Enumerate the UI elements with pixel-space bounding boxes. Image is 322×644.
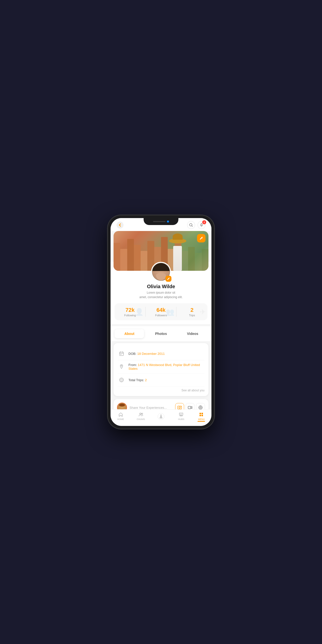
composer-avatar [117, 402, 127, 409]
following-bg-icon: 👤 [135, 308, 144, 316]
screen-content: 2 [111, 218, 211, 409]
phone-screen: 2 [111, 218, 211, 426]
nav-hubs-label: HUBS [178, 418, 184, 420]
nav-menu[interactable]: MENU [191, 412, 211, 422]
back-arrow-icon[interactable] [116, 222, 123, 228]
nav-active-indicator [198, 421, 205, 422]
tab-photos[interactable]: Photos [146, 329, 176, 338]
avatar-outer [151, 262, 171, 282]
svg-point-12 [140, 413, 141, 414]
svg-point-15 [161, 415, 161, 416]
search-button[interactable] [187, 221, 195, 229]
avatar-wrapper [111, 262, 211, 282]
svg-point-13 [141, 413, 143, 414]
back-button[interactable] [116, 222, 123, 228]
svg-rect-19 [202, 415, 203, 416]
about-trips-text: Total Trips: 2 [128, 378, 147, 382]
followers-bg-icon: 👥 [166, 308, 174, 316]
svg-rect-16 [200, 413, 201, 414]
svg-rect-3 [120, 354, 121, 355]
bottom-nav: HOME CHUMS [111, 409, 211, 426]
svg-rect-18 [200, 415, 201, 416]
trips-bg-icon: ✈ [200, 308, 206, 316]
svg-rect-9 [188, 406, 191, 409]
svg-rect-2 [119, 352, 123, 356]
composer-face [117, 403, 126, 409]
menu-icon [198, 412, 204, 418]
see-all-button[interactable]: See all about you [117, 389, 205, 392]
about-dob-row: DOB: 18 December 2011 [117, 347, 205, 360]
stat-followers[interactable]: 64k Followers 👥 [146, 303, 177, 320]
composer-actions [175, 403, 205, 409]
edit-cover-button[interactable] [197, 234, 206, 242]
profile-name: Olivia Wilde [111, 284, 211, 290]
notification-badge: 2 [202, 220, 206, 224]
stat-trips[interactable]: 2 Trips ✈ [176, 303, 207, 320]
tab-about[interactable]: About [115, 329, 144, 338]
tabs-container: About Photos Videos [111, 326, 211, 341]
nav-chums[interactable]: CHUMS [131, 412, 151, 422]
stat-following[interactable]: 72k Following 👤 [115, 303, 146, 320]
nav-home[interactable]: HOME [111, 412, 131, 422]
svg-rect-6 [178, 406, 182, 409]
nav-chums-label: CHUMS [137, 418, 145, 420]
phone-frame: 2 [108, 215, 214, 429]
profile-bio: Lorem ipsum dolor sit amet, consectetur … [111, 290, 211, 299]
tab-videos[interactable]: Videos [178, 329, 207, 338]
hubs-icon [178, 412, 184, 418]
chums-icon [138, 412, 144, 418]
trips-icon [117, 376, 125, 384]
notch-camera [167, 220, 169, 222]
about-location-text: From: 1471 N Westwood Blvd, Poplar Bluff… [128, 363, 205, 370]
svg-point-4 [121, 365, 122, 366]
composer-video-button[interactable] [186, 403, 195, 409]
nav-menu-label: MENU [198, 418, 205, 420]
status-right: 2 [187, 221, 206, 229]
composer-input[interactable]: Share Your Experiences... [129, 406, 173, 410]
stats-row: 72k Following 👤 64k Followers 👥 2 Trips … [115, 303, 207, 320]
nav-hubs[interactable]: HUBS [171, 412, 191, 422]
tabs-row: About Photos Videos [111, 326, 211, 341]
nav-center[interactable] [151, 412, 171, 422]
nav-center-button[interactable] [156, 412, 166, 422]
notch [144, 218, 178, 225]
svg-rect-17 [202, 413, 203, 414]
dob-icon [117, 350, 125, 358]
home-icon [118, 412, 124, 418]
location-icon [117, 363, 125, 371]
notification-button[interactable]: 2 [198, 221, 206, 229]
about-dob-text: DOB: 18 December 2011 [128, 352, 165, 356]
post-composer: Share Your Experiences... [114, 399, 208, 409]
svg-point-7 [179, 407, 180, 408]
about-trips-row: Total Trips: 2 [117, 374, 205, 387]
composer-globe-button[interactable] [196, 403, 205, 409]
composer-photo-button[interactable] [175, 403, 184, 409]
profile-section: Olivia Wilde Lorem ipsum dolor sit amet,… [111, 262, 211, 324]
svg-point-8 [181, 406, 181, 407]
edit-avatar-button[interactable] [165, 276, 171, 282]
notch-line [153, 221, 165, 222]
nav-home-label: HOME [117, 418, 124, 420]
about-location-row: From: 1471 N Westwood Blvd, Poplar Bluff… [117, 360, 205, 374]
about-card: DOB: 18 December 2011 From: 1471 N Westw… [114, 343, 208, 396]
